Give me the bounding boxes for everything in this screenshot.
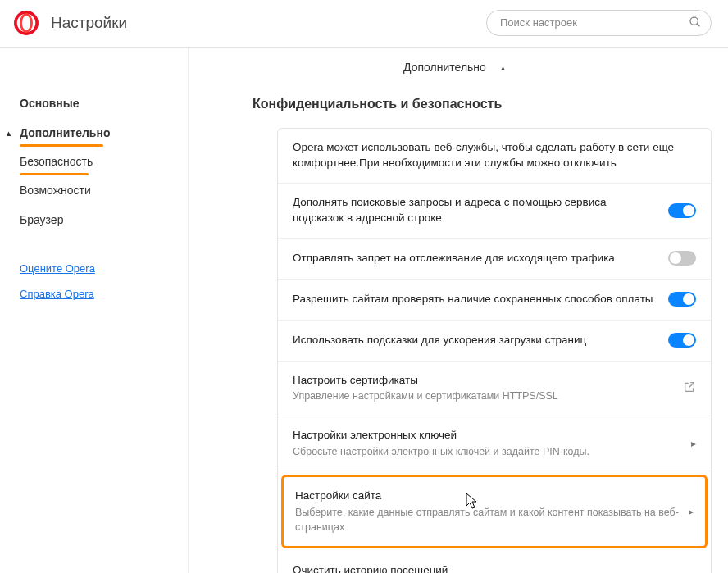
row-text: Opera может использовать веб-службы, что… <box>293 140 696 171</box>
settings-row-8[interactable]: Очистить историю посещенийУдалить файлы … <box>278 552 711 573</box>
row-text: Дополнять поисковые запросы и адреса с п… <box>293 195 658 226</box>
sidebar-item-1[interactable]: Дополнительно <box>0 118 188 148</box>
row-title: Настройки электронных ключей <box>293 428 681 443</box>
row-text: Отправлять запрет на отслеживание для ис… <box>293 251 658 266</box>
chevron-right-icon: ▸ <box>689 506 694 517</box>
page-title: Настройки <box>51 14 486 32</box>
settings-row-4[interactable]: Использовать подсказки для ускорения заг… <box>278 321 711 362</box>
main-content: Дополнительно ▴ Конфиденциальность и без… <box>189 48 728 573</box>
sidebar-link-0[interactable]: Оцените Opera <box>20 262 188 275</box>
sidebar-item-label: Браузер <box>20 213 63 226</box>
row-title: Настроить сертификаты <box>293 373 673 389</box>
toggle-switch[interactable] <box>668 292 696 307</box>
toggle-switch[interactable] <box>668 333 696 348</box>
row-text: Настройки электронных ключейСбросьте нас… <box>293 428 681 459</box>
toggle-switch[interactable] <box>668 251 696 266</box>
row-text: Использовать подсказки для ускорения заг… <box>293 333 658 348</box>
row-title: Настройки сайта <box>295 489 679 504</box>
opera-logo-icon <box>13 10 39 36</box>
svg-point-1 <box>20 14 31 31</box>
row-title: Использовать подсказки для ускорения заг… <box>293 333 658 348</box>
breadcrumb-label: Дополнительно <box>403 61 486 74</box>
row-subtitle: Сбросьте настройки электронных ключей и … <box>293 445 681 460</box>
settings-row-7[interactable]: Настройки сайтаВыберите, какие данные от… <box>281 475 708 548</box>
row-text: Очистить историю посещенийУдалить файлы … <box>293 563 681 573</box>
settings-card: Opera может использовать веб-службы, что… <box>277 128 712 573</box>
settings-row-6[interactable]: Настройки электронных ключейСбросьте нас… <box>278 416 711 471</box>
settings-row-5[interactable]: Настроить сертификатыУправление настройк… <box>278 362 711 416</box>
sidebar-item-label: Возможности <box>20 184 91 197</box>
sidebar-link-1[interactable]: Справка Opera <box>20 288 188 300</box>
app-header: Настройки <box>0 0 728 48</box>
row-text: Настроить сертификатыУправление настройк… <box>293 373 673 404</box>
sidebar-item-label: Дополнительно <box>20 126 110 139</box>
section-title: Конфиденциальность и безопасность <box>189 97 720 111</box>
sidebar-item-2[interactable]: Безопасность <box>0 147 188 176</box>
sidebar-item-3[interactable]: Возможности <box>0 175 188 205</box>
sidebar: ОсновныеДополнительноБезопасностьВозможн… <box>0 48 189 573</box>
settings-row-2[interactable]: Отправлять запрет на отслеживание для ис… <box>278 239 711 280</box>
search-box <box>486 10 712 36</box>
external-link-icon <box>683 380 696 396</box>
row-text: Настройки сайтаВыберите, какие данные от… <box>295 489 679 534</box>
chevron-up-icon: ▴ <box>501 63 505 72</box>
search-input[interactable] <box>486 10 712 36</box>
row-text: Разрешить сайтам проверять наличие сохра… <box>293 292 658 307</box>
sidebar-item-0[interactable]: Основные <box>0 89 188 118</box>
chevron-right-icon: ▸ <box>691 438 696 449</box>
row-title: Дополнять поисковые запросы и адреса с п… <box>293 195 658 226</box>
svg-line-3 <box>697 24 699 26</box>
row-title: Разрешить сайтам проверять наличие сохра… <box>293 292 658 307</box>
row-subtitle: Управление настройками и сертификатами H… <box>293 389 673 404</box>
svg-point-2 <box>690 17 698 25</box>
row-subtitle: Выберите, какие данные отправлять сайтам… <box>295 506 679 534</box>
row-title: Отправлять запрет на отслеживание для ис… <box>293 251 658 266</box>
settings-row-1[interactable]: Дополнять поисковые запросы и адреса с п… <box>278 184 711 239</box>
sidebar-item-label: Основные <box>20 97 80 110</box>
breadcrumb[interactable]: Дополнительно ▴ <box>189 48 720 97</box>
row-title: Opera может использовать веб-службы, что… <box>293 140 696 171</box>
sidebar-item-4[interactable]: Браузер <box>0 205 188 234</box>
settings-row-0: Opera может использовать веб-службы, что… <box>278 129 711 184</box>
sidebar-item-label: Безопасность <box>20 155 93 168</box>
search-icon <box>689 16 702 31</box>
row-title: Очистить историю посещений <box>293 563 681 573</box>
settings-row-3[interactable]: Разрешить сайтам проверять наличие сохра… <box>278 280 711 321</box>
toggle-switch[interactable] <box>668 203 696 218</box>
